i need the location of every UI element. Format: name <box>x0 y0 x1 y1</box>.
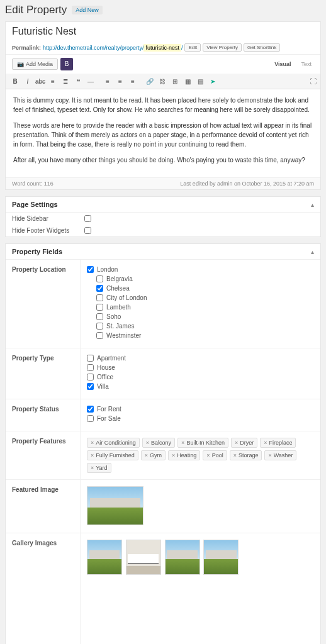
location-st-james[interactable]: St. James <box>96 323 314 330</box>
tab-text[interactable]: Text <box>298 60 314 69</box>
camera-icon: 📷 <box>17 61 24 67</box>
editor-content[interactable]: This is dummy copy. It is not meant to b… <box>6 89 320 177</box>
get-shortlink-button[interactable]: Get Shortlink <box>244 43 280 52</box>
align-center-button[interactable]: ≡ <box>115 75 126 87</box>
editor-mode-tabs: Visual Text <box>272 60 314 69</box>
toolbar-toggle-button[interactable]: ▦ <box>182 75 193 87</box>
remove-icon[interactable]: × <box>206 452 210 458</box>
editor-panel: Futuristic Nest Permalink: http://dev.th… <box>5 21 321 190</box>
shortcode-icon-button[interactable]: ➤ <box>207 75 218 87</box>
permalink-row: Permalink: http://dev.themetrail.com/rea… <box>6 41 320 55</box>
more-button[interactable]: ⊞ <box>169 75 181 87</box>
feature-tag[interactable]: × Washer <box>264 450 296 460</box>
strike-button[interactable]: abc <box>35 75 46 87</box>
shortcode-button[interactable]: B <box>60 58 73 70</box>
type-label: Property Type <box>6 348 80 368</box>
feature-tag[interactable]: × Balcony <box>142 438 175 448</box>
gallery-thumb[interactable] <box>165 540 200 575</box>
link-button[interactable]: 🔗 <box>144 75 155 87</box>
toggle-icon[interactable]: ▴ <box>311 248 314 255</box>
editor-statusbar: Word count: 116 Last edited by admin on … <box>6 177 320 189</box>
remove-icon[interactable]: × <box>235 440 238 446</box>
permalink-url[interactable]: http://dev.themetrail.com/realty/propert… <box>43 45 183 51</box>
word-count-label: Word count: <box>12 180 44 187</box>
remove-icon[interactable]: × <box>233 452 237 458</box>
align-right-button[interactable]: ≡ <box>127 75 138 87</box>
location-westminster[interactable]: Westminster <box>96 332 314 339</box>
page-settings-metabox: Page Settings ▴ Hide Sidebar Hide Footer… <box>5 196 321 237</box>
feature-tags: × Air Conditioning× Balcony× Built-In Ki… <box>87 438 314 473</box>
gallery-thumb[interactable] <box>203 540 239 575</box>
location-chelsea[interactable]: Chelsea <box>96 285 314 292</box>
permalink-edit-button[interactable]: Edit <box>184 43 201 52</box>
view-property-button[interactable]: View Property <box>203 43 242 52</box>
feature-tag[interactable]: × Fully Furnished <box>87 450 138 460</box>
media-toolbar: 📷 Add Media B Visual Text <box>6 55 320 74</box>
add-new-button[interactable]: Add New <box>72 6 103 14</box>
word-count: 116 <box>44 180 53 187</box>
permalink-slug: futuristic-nest <box>143 44 181 52</box>
gallery-thumb[interactable] <box>126 540 161 575</box>
fullscreen-icon[interactable]: ⛶ <box>310 77 317 85</box>
type-house[interactable]: House <box>87 364 314 371</box>
unlink-button[interactable]: ⛓ <box>157 75 168 87</box>
remove-icon[interactable]: × <box>146 440 149 446</box>
toggle-icon[interactable]: ▴ <box>311 201 314 208</box>
gallery-grid <box>87 540 314 576</box>
align-left-button[interactable]: ≡ <box>102 75 113 87</box>
property-title[interactable]: Futuristic Nest <box>12 26 314 37</box>
feature-tag[interactable]: × Heating <box>168 450 200 460</box>
remove-icon[interactable]: × <box>172 452 175 458</box>
page-title: Edit Property <box>5 4 67 16</box>
feature-tag[interactable]: × Gym <box>141 450 166 460</box>
gallery-thumb[interactable] <box>87 540 122 575</box>
status-for-sale[interactable]: For Sale <box>87 415 314 422</box>
editor-toolbar: B I abc ≡ ≣ ❝ — ≡ ≡ ≡ 🔗 ⛓ ⊞ ▦ ▤ ➤ ⛶ <box>6 74 320 89</box>
type-office[interactable]: Office <box>87 374 314 380</box>
gallery-label: Gallery Images <box>6 533 80 553</box>
feature-tag[interactable]: × Air Conditioning <box>87 438 140 448</box>
remove-icon[interactable]: × <box>145 452 148 458</box>
remove-icon[interactable]: × <box>264 440 267 446</box>
feature-tag[interactable]: × Built-In Kitchen <box>177 438 228 448</box>
location-label: Property Location <box>6 260 80 279</box>
feature-tag[interactable]: × Fireplace <box>260 438 296 448</box>
permalink-label: Permalink: <box>12 45 41 51</box>
add-media-button[interactable]: 📷 Add Media <box>12 58 58 70</box>
location-london[interactable]: London <box>87 266 314 273</box>
feature-tag[interactable]: × Pool <box>203 450 227 460</box>
featured-image-thumb[interactable] <box>87 486 143 525</box>
remove-icon[interactable]: × <box>181 440 184 446</box>
remove-icon[interactable]: × <box>91 452 94 458</box>
location-soho[interactable]: Soho <box>96 313 314 320</box>
remove-icon[interactable]: × <box>91 465 94 471</box>
last-edited: Last edited by admin on October 16, 2015… <box>180 180 314 187</box>
quote-button[interactable]: ❝ <box>72 75 84 87</box>
location-city-of-london[interactable]: City of London <box>96 294 314 301</box>
ul-button[interactable]: ≡ <box>47 75 59 87</box>
bold-button[interactable]: B <box>9 75 21 87</box>
status-for-rent[interactable]: For Rent <box>87 406 314 413</box>
remove-icon[interactable]: × <box>91 440 94 446</box>
hide-sidebar-label: Hide Sidebar <box>12 215 84 222</box>
status-label: Property Status <box>6 399 80 419</box>
feature-tag[interactable]: × Dryer <box>231 438 257 448</box>
remove-icon[interactable]: × <box>268 452 271 458</box>
italic-button[interactable]: I <box>22 75 33 87</box>
property-fields-metabox: Property Fields ▴ Property Location Lond… <box>5 243 321 644</box>
features-label: Property Features <box>6 431 80 451</box>
featured-image-label: Featured Image <box>6 480 80 499</box>
location-belgravia[interactable]: Belgravia <box>96 275 314 282</box>
hide-footer-checkbox[interactable] <box>84 227 91 234</box>
ol-button[interactable]: ≣ <box>60 75 71 87</box>
type-apartment[interactable]: Apartment <box>87 355 314 362</box>
distraction-free-button[interactable]: ▤ <box>194 75 206 87</box>
location-lambeth[interactable]: Lambeth <box>96 304 314 311</box>
feature-tag[interactable]: × Yard <box>87 463 111 473</box>
feature-tag[interactable]: × Storage <box>230 450 262 460</box>
hide-sidebar-checkbox[interactable] <box>84 215 91 222</box>
hr-button[interactable]: — <box>85 75 96 87</box>
tab-visual[interactable]: Visual <box>272 60 293 69</box>
page-header: Edit Property Add New <box>5 4 321 16</box>
type-villa[interactable]: Villa <box>87 383 314 390</box>
